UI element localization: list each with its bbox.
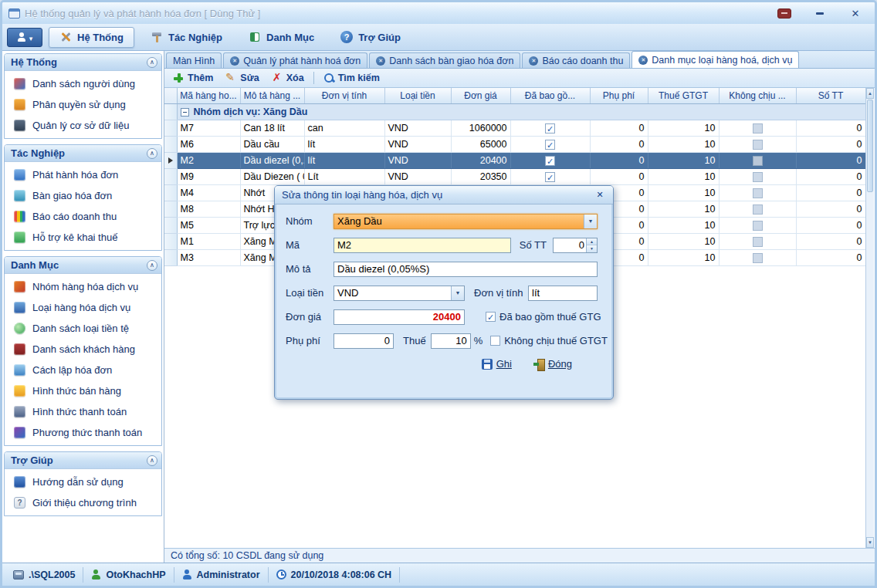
menu-tab-he-thong[interactable]: Hệ Thống — [49, 27, 134, 48]
no-tax-checkbox[interactable] — [753, 140, 763, 150]
grid-column-header[interactable]: Thuế GTGT — [648, 88, 719, 103]
grid-cell[interactable]: can — [304, 120, 384, 136]
grid-cell[interactable]: 0 — [796, 136, 865, 152]
grid-group-row[interactable]: Nhóm dịch vụ: Xăng Dầu — [164, 103, 865, 120]
included-tax-checkbox[interactable] — [545, 156, 555, 166]
grid-cell[interactable]: Lít — [304, 168, 384, 184]
grid-cell[interactable]: Dầu diezel (0,... — [240, 152, 304, 168]
vertical-scrollbar[interactable] — [865, 88, 874, 548]
grid-row[interactable]: M6Dầu cầulítVND650000100 — [164, 136, 865, 152]
thue-input[interactable] — [431, 333, 471, 349]
grid-cell[interactable]: 10 — [648, 168, 719, 184]
close-tab-icon[interactable] — [529, 56, 538, 66]
grid-column-header[interactable]: Không chịu ... — [719, 88, 796, 103]
no-tax-checkbox[interactable] — [753, 237, 763, 247]
scroll-up-icon[interactable] — [866, 88, 874, 99]
no-tax-checkbox[interactable] — [753, 253, 763, 263]
grid-cell[interactable]: M7 — [177, 120, 240, 136]
chevron-up-icon[interactable] — [147, 260, 157, 271]
nhom-combobox[interactable]: Xăng Dầu — [334, 214, 598, 229]
grid-column-header[interactable]: Số TT — [796, 88, 865, 103]
menu-tab-tro-giup[interactable]: Trợ Giúp — [330, 27, 411, 48]
sidebar-item-customers[interactable]: Danh sách khách hàng — [5, 339, 161, 360]
grid-cell[interactable] — [719, 233, 796, 249]
spin-down-icon[interactable] — [587, 245, 597, 252]
grid-column-header[interactable]: Phụ phí — [590, 88, 648, 103]
grid-cell[interactable]: Dầu Diezen ( 0... — [240, 168, 304, 184]
maximize-button[interactable] — [813, 8, 827, 19]
included-tax-checkbox[interactable] — [545, 172, 555, 182]
grid-cell[interactable]: M1 — [177, 233, 240, 249]
delete-button[interactable]: Xóa — [266, 71, 310, 85]
sidebar-item-goods-type[interactable]: Loại hàng hóa dịch vụ — [5, 297, 161, 318]
sidebar-group-header[interactable]: Hệ Thống — [5, 54, 161, 71]
grid-cell[interactable]: lít — [304, 152, 384, 168]
sidebar-item-handover-invoice[interactable]: Bàn giao hóa đơn — [5, 185, 161, 206]
scroll-down-icon[interactable] — [866, 537, 874, 548]
grid-cell[interactable]: 20400 — [451, 152, 510, 168]
sidebar-item-revenue-report[interactable]: Báo cáo doanh thu — [5, 206, 161, 227]
grid-cell[interactable]: 0 — [796, 217, 865, 233]
dialog-title-bar[interactable]: Sửa thông tin loại hàng hóa, dịch vụ — [275, 186, 613, 204]
grid-cell[interactable]: 10 — [648, 152, 719, 168]
mo-ta-input[interactable] — [334, 262, 598, 277]
grid-row[interactable]: M2Dầu diezel (0,...lítVND204000100 — [164, 152, 865, 168]
so-tt-spinner[interactable] — [553, 238, 598, 253]
sidebar-item-goods-group[interactable]: Nhóm hàng hóa dịch vụ — [5, 276, 161, 297]
grid-cell[interactable] — [719, 217, 796, 233]
close-button[interactable] — [848, 8, 862, 19]
sidebar-item-users[interactable]: Danh sách người dùng — [5, 73, 161, 94]
grid-column-header[interactable]: Đã bao gồ... — [510, 88, 590, 103]
sidebar-item-payment-form[interactable]: Hình thức thanh toán — [5, 401, 161, 422]
sidebar-item-about[interactable]: Giới thiệu chương trình — [5, 492, 161, 513]
grid-cell[interactable] — [719, 201, 796, 217]
grid-group-cell[interactable]: Nhóm dịch vụ: Xăng Dầu — [177, 103, 865, 120]
minimize-button[interactable] — [777, 8, 791, 19]
grid-cell[interactable]: 0 — [590, 120, 648, 136]
search-button[interactable]: Tìm kiếm — [318, 71, 385, 85]
included-tax-checkbox[interactable] — [545, 140, 555, 150]
close-tab-icon[interactable] — [230, 56, 239, 66]
grid-cell[interactable]: 1060000 — [451, 120, 510, 136]
dropdown-arrow-icon[interactable] — [584, 215, 597, 228]
grid-cell[interactable]: 0 — [796, 233, 865, 249]
sidebar-item-currency[interactable]: Danh sách loại tiền tệ — [5, 318, 161, 339]
doc-tab[interactable]: Danh mục loại hàng hoá, dịch vụ — [632, 51, 799, 68]
sidebar-item-issue-invoice[interactable]: Phát hành hóa đơn — [5, 164, 161, 185]
dialog-close-icon[interactable] — [594, 190, 606, 200]
sidebar-item-manual[interactable]: Hướng dẫn sử dụng — [5, 471, 161, 492]
no-tax-checkbox[interactable] — [753, 204, 763, 215]
grid-cell[interactable]: 10 — [648, 120, 719, 136]
grid-column-header[interactable]: Đơn vị tính — [304, 88, 384, 103]
sidebar-group-header[interactable]: Tác Nghiệp — [5, 145, 161, 162]
close-dialog-button[interactable]: Đóng — [533, 358, 572, 370]
doc-tab[interactable]: Báo cáo doanh thu — [522, 52, 630, 68]
doc-tab[interactable]: Quản lý phát hành hoá đơn — [223, 52, 367, 68]
sidebar-item-permissions[interactable]: Phân quyền sử dụng — [5, 94, 161, 115]
grid-cell[interactable]: 0 — [796, 249, 865, 265]
user-menu-button[interactable] — [7, 28, 42, 47]
included-tax-checkbox[interactable] — [545, 123, 555, 133]
grid-cell[interactable]: 10 — [648, 217, 719, 233]
grid-cell[interactable]: 0 — [590, 152, 648, 168]
chevron-up-icon[interactable] — [147, 455, 157, 466]
grid-cell[interactable]: 10 — [648, 136, 719, 152]
doc-tab[interactable]: Màn Hình — [166, 52, 222, 68]
collapse-minus-icon[interactable] — [181, 108, 189, 117]
spin-up-icon[interactable] — [587, 238, 597, 245]
sidebar-item-tax-support[interactable]: Hỗ trợ kê khai thuế — [5, 227, 161, 248]
ma-input[interactable] — [334, 238, 511, 253]
chevron-up-icon[interactable] — [147, 148, 157, 159]
save-button[interactable]: Ghi — [482, 358, 512, 370]
add-button[interactable]: Thêm — [168, 71, 218, 85]
loai-tien-combobox[interactable]: VND — [334, 286, 465, 301]
grid-cell[interactable]: 0 — [796, 152, 865, 168]
no-tax-checkbox[interactable] — [753, 156, 763, 166]
grid-cell[interactable]: 0 — [796, 168, 865, 184]
grid-cell[interactable]: M5 — [177, 217, 240, 233]
grid-row[interactable]: M9Dầu Diezen ( 0...LítVND203500100 — [164, 168, 865, 184]
close-tab-icon[interactable] — [638, 56, 648, 65]
grid-column-header[interactable]: Mô tả hàng ... — [240, 88, 304, 103]
grid-cell[interactable]: VND — [384, 120, 451, 136]
grid-column-header[interactable]: Mã hàng ho... — [177, 88, 240, 103]
